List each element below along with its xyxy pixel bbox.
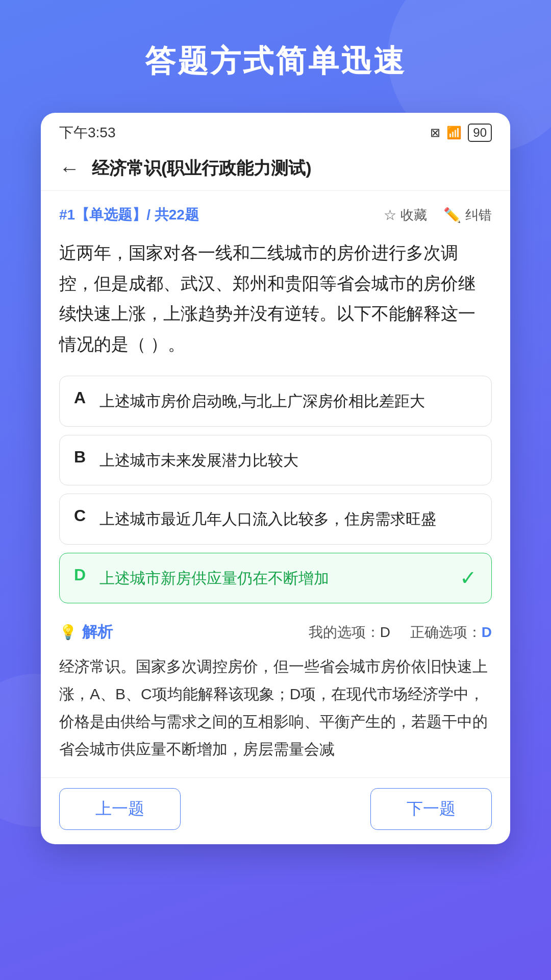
lightbulb-icon: 💡: [59, 624, 77, 641]
my-answer-label: 我的选项：: [309, 624, 380, 640]
question-header: #1【单选题】/ 共22题 ☆ 收藏 ✏️ 纠错: [41, 191, 510, 233]
option-b-label: B: [74, 448, 89, 467]
option-b[interactable]: B 上述城市未来发展潜力比较大: [59, 435, 492, 486]
option-d-text: 上述城市新房供应量仍在不断增加: [99, 566, 449, 591]
correct-answer-label: 正确选项：: [410, 624, 482, 640]
options-container: A 上述城市房价启动晚,与北上广深房价相比差距大 B 上述城市未来发展潜力比较大…: [41, 372, 510, 611]
status-time: 下午3:53: [59, 123, 116, 142]
page-title: 答题方式简单迅速: [145, 41, 406, 82]
battery-level: 90: [468, 124, 492, 142]
analysis-meta: 我的选项：D 正确选项：D: [309, 623, 492, 642]
status-bar-right: ⊠ 📶 90: [430, 124, 492, 142]
analysis-body: 经济常识。国家多次调控房价，但一些省会城市房价依旧快速上涨，A、B、C项均能解释…: [41, 649, 510, 773]
option-d-label: D: [74, 566, 89, 584]
my-answer-value: D: [380, 624, 390, 640]
bottom-bar: 上一题 下一题: [41, 777, 510, 844]
nav-title: 经济常识(职业行政能力测试): [92, 157, 312, 180]
question-meta: #1【单选题】/ 共22题: [59, 205, 199, 225]
option-b-text: 上述城市未来发展潜力比较大: [99, 448, 477, 473]
option-a-text: 上述城市房价启动晚,与北上广深房价相比差距大: [99, 388, 477, 414]
star-icon: ☆: [384, 207, 396, 224]
option-a[interactable]: A 上述城市房价启动晚,与北上广深房价相比差距大: [59, 376, 492, 427]
correct-answer-value: D: [482, 624, 492, 640]
analysis-header: 💡 解析 我的选项：D 正确选项：D: [41, 611, 510, 649]
nav-bar: ← 经济常识(职业行政能力测试): [41, 149, 510, 191]
pencil-icon: ✏️: [443, 207, 461, 224]
main-card: 下午3:53 ⊠ 📶 90 ← 经济常识(职业行政能力测试) #1【单选题】/ …: [41, 113, 510, 844]
analysis-label-text: 解析: [82, 622, 113, 643]
check-icon: ✓: [460, 566, 477, 590]
correct-action[interactable]: ✏️ 纠错: [443, 206, 492, 224]
next-button[interactable]: 下一题: [370, 788, 492, 830]
option-a-label: A: [74, 388, 89, 407]
option-c[interactable]: C 上述城市最近几年人口流入比较多，住房需求旺盛: [59, 494, 492, 545]
question-body: 近两年，国家对各一线和二线城市的房价进行多次调控，但是成都、武汉、郑州和贵阳等省…: [41, 233, 510, 372]
prev-button[interactable]: 上一题: [59, 788, 181, 830]
wifi-icon: 📶: [446, 126, 462, 140]
correct-label: 纠错: [465, 206, 492, 224]
collect-label: 收藏: [400, 206, 427, 224]
option-c-label: C: [74, 506, 89, 525]
status-bar: 下午3:53 ⊠ 📶 90: [41, 113, 510, 149]
collect-action[interactable]: ☆ 收藏: [384, 206, 427, 224]
option-d[interactable]: D 上述城市新房供应量仍在不断增加 ✓: [59, 553, 492, 604]
question-actions: ☆ 收藏 ✏️ 纠错: [384, 206, 492, 224]
x-icon: ⊠: [430, 126, 440, 140]
analysis-toggle[interactable]: 💡 解析: [59, 622, 113, 643]
option-c-text: 上述城市最近几年人口流入比较多，住房需求旺盛: [99, 506, 477, 532]
back-button[interactable]: ←: [59, 158, 80, 179]
